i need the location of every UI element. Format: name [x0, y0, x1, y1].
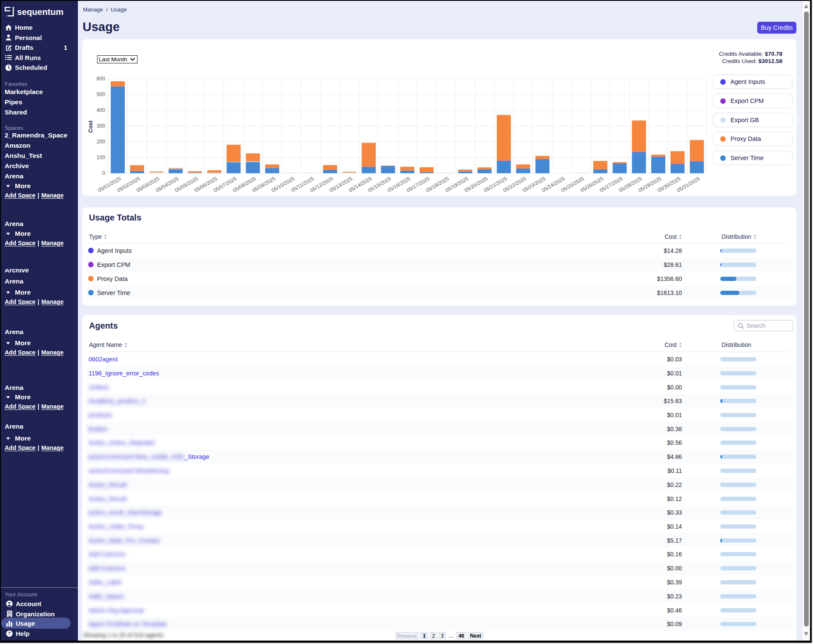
svg-text:600: 600 — [97, 76, 105, 82]
svg-text:200: 200 — [97, 139, 105, 145]
svg-text:?: ? — [8, 631, 11, 636]
svg-text:0: 0 — [102, 170, 105, 176]
svg-text:500: 500 — [97, 92, 105, 97]
svg-text:100: 100 — [97, 155, 105, 160]
svg-text:400: 400 — [97, 107, 105, 113]
svg-text:300: 300 — [97, 123, 105, 129]
